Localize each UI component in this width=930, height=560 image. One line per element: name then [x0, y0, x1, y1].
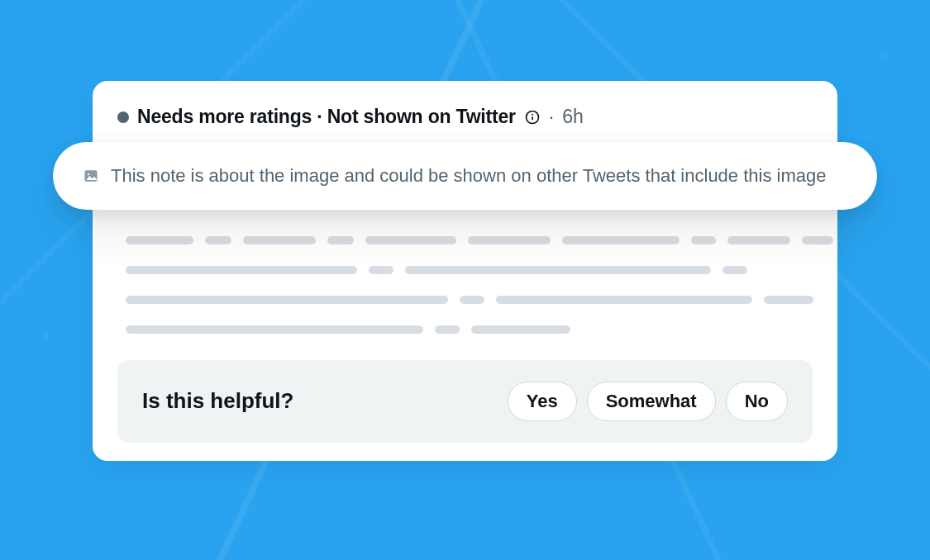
- info-icon[interactable]: [524, 109, 541, 126]
- status-text: Needs more ratings · Not shown on Twitte…: [137, 106, 516, 129]
- image-icon: [83, 168, 99, 184]
- community-note-card: Needs more ratings · Not shown on Twitte…: [93, 81, 837, 461]
- image-note-pill: This note is about the image and could b…: [53, 142, 877, 210]
- helpful-buttons: Yes Somewhat No: [508, 382, 788, 421]
- helpful-question: Is this helpful?: [142, 388, 293, 414]
- helpful-bar: Is this helpful? Yes Somewhat No: [117, 360, 813, 443]
- status-time: 6h: [562, 106, 584, 129]
- note-body-placeholder: [117, 236, 813, 334]
- image-note-text: This note is about the image and could b…: [111, 165, 826, 187]
- somewhat-button[interactable]: Somewhat: [587, 382, 716, 421]
- status-row: Needs more ratings · Not shown on Twitte…: [117, 106, 813, 129]
- status-separator: ·: [549, 106, 554, 129]
- svg-point-2: [532, 113, 533, 115]
- no-button[interactable]: No: [726, 382, 788, 421]
- yes-button[interactable]: Yes: [508, 382, 577, 421]
- svg-point-4: [88, 173, 90, 176]
- status-dot: [117, 112, 129, 123]
